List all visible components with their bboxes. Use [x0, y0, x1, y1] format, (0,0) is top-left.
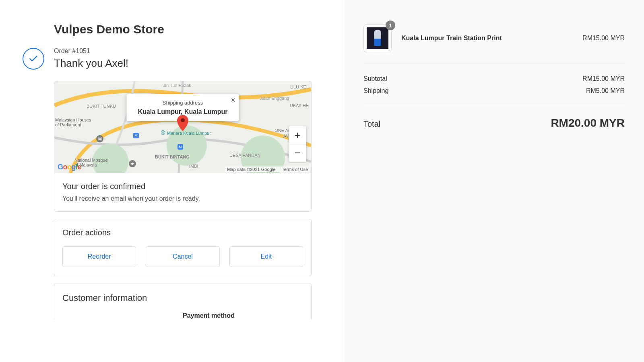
reorder-button[interactable]: Reorder [62, 246, 136, 267]
shipping-value: RM5.00 MYR [586, 87, 625, 95]
subtotal-label: Subtotal [363, 75, 387, 82]
tooltip-title: Shipping address [138, 100, 227, 106]
store-name: Vulpes Demo Store [54, 23, 312, 36]
map-label: Malaysian Houses of Parliament [55, 117, 91, 127]
tooltip-address: Kuala Lumpur, Kuala Lumpur [138, 108, 227, 115]
map-label: IMBI [189, 164, 198, 169]
close-icon[interactable]: ✕ [231, 97, 236, 104]
order-summary-sidebar: 1 Kuala Lumpur Train Station Print RM15.… [344, 0, 644, 362]
poi-icon: ★ [129, 160, 136, 167]
total-value: RM20.00 MYR [551, 117, 625, 130]
map-label: DESA PANDAN [229, 153, 260, 158]
svg-point-4 [181, 118, 185, 122]
poi-icon: 🏛 [96, 135, 103, 142]
product-thumbnail: 1 [363, 24, 392, 52]
thank-you-row: Order #1051 Thank you Axel! [23, 47, 312, 70]
order-actions-title: Order actions [62, 228, 303, 237]
map-label: Jalan Enggang [260, 96, 289, 101]
thank-you-heading: Thank you Axel! [54, 57, 128, 70]
zoom-in-button[interactable]: + [289, 126, 306, 144]
confirmation-box: Your order is confirmed You'll receive a… [54, 173, 311, 211]
map-card: BUKIT TUNKU ULU KEL UKAY HE ONE AM AVE D… [54, 81, 312, 212]
customer-info-title: Customer information [62, 293, 303, 303]
map-data-text: Map data ©2021 Google [227, 167, 275, 172]
zoom-out-button[interactable]: − [289, 144, 306, 162]
confirmation-title: Your order is confirmed [62, 182, 303, 191]
shipping-label: Shipping [363, 87, 388, 95]
poi-icon: ◎ [161, 129, 165, 135]
map-pin-icon [177, 115, 188, 133]
order-number: Order #1051 [54, 47, 128, 55]
summary-lines: Subtotal RM15.00 MYR Shipping RM5.00 MYR [363, 64, 625, 106]
confirmation-subtext: You'll receive an email when your order … [62, 195, 303, 202]
map-label: BUKIT TUNKU [87, 104, 116, 109]
map-label: ULU KEL [290, 84, 309, 89]
line-item: 1 Kuala Lumpur Train Station Print RM15.… [363, 24, 625, 64]
map-label: BUKIT BINTANG [155, 154, 190, 159]
checkmark-icon [23, 48, 44, 70]
edit-button[interactable]: Edit [229, 246, 303, 267]
metro-icon: M [178, 144, 183, 150]
main-column: Vulpes Demo Store Order #1051 Thank you … [0, 0, 344, 362]
order-actions-card: Order actions Reorder Cancel Edit [54, 219, 312, 276]
total-label: Total [363, 119, 380, 129]
map-zoom-controls: + − [289, 126, 306, 162]
metro-icon: M [133, 133, 139, 138]
product-name: Kuala Lumpur Train Station Print [401, 35, 573, 42]
customer-info-card: Customer information Payment method [54, 284, 312, 319]
map-area[interactable]: BUKIT TUNKU ULU KEL UKAY HE ONE AM AVE D… [54, 81, 311, 173]
map-terms-link[interactable]: Terms of Use [282, 167, 308, 172]
payment-method-label: Payment method [183, 312, 303, 319]
map-label: Menara Kuala Lumpur [167, 131, 211, 136]
map-label: Jln Tun Razak [163, 83, 191, 88]
cancel-button[interactable]: Cancel [146, 246, 219, 267]
total-line: Total RM20.00 MYR [363, 106, 625, 130]
subtotal-value: RM15.00 MYR [582, 75, 625, 82]
google-logo: Google [58, 163, 81, 171]
quantity-badge: 1 [386, 21, 395, 30]
map-label: UKAY HE [290, 103, 309, 108]
product-price: RM15.00 MYR [582, 35, 625, 42]
map-attribution: Map data ©2021 Google Terms of Use [225, 167, 310, 172]
